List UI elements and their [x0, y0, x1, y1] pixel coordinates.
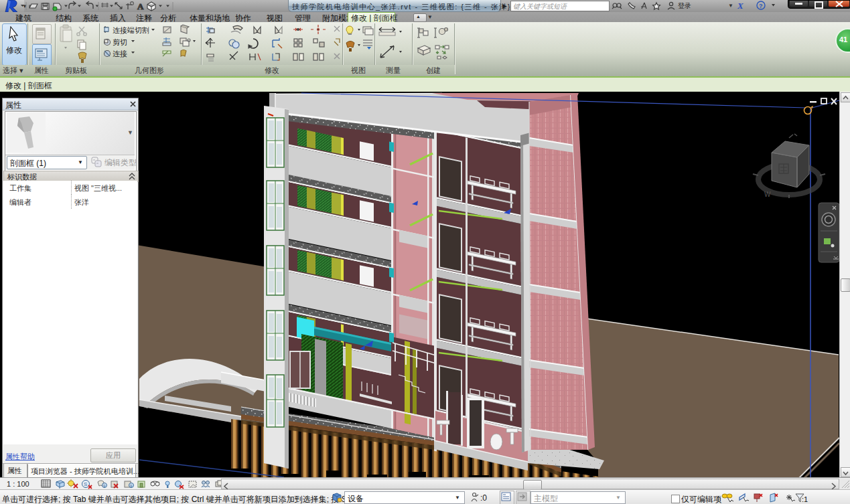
svg-text:W: W — [764, 191, 771, 198]
svg-text:连接: 连接 — [113, 50, 127, 58]
svg-text:?: ? — [759, 3, 763, 9]
svg-text:A: A — [137, 1, 144, 11]
svg-text:S: S — [84, 481, 87, 487]
svg-text:登录: 登录 — [678, 2, 691, 9]
svg-text:连接端切割: 连接端切割 — [113, 26, 149, 34]
svg-text:X: X — [737, 1, 743, 11]
svg-text:剪切: 剪切 — [113, 38, 127, 46]
